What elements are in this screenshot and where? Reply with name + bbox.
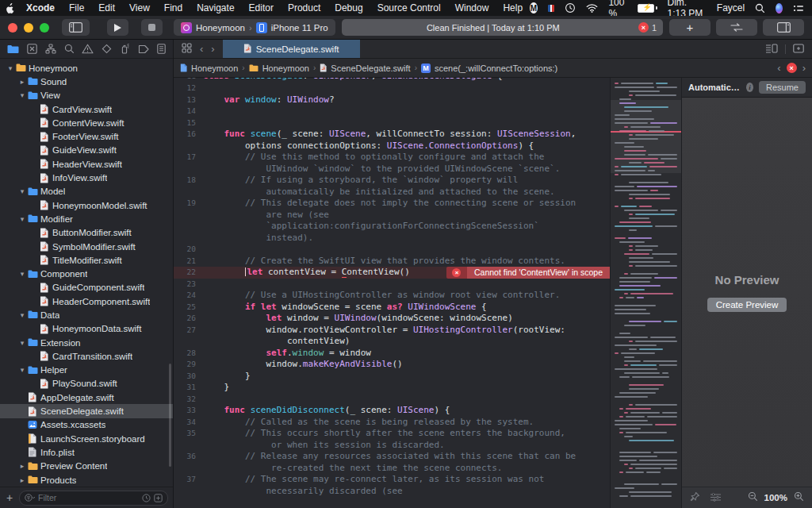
menu-file[interactable]: File [62, 2, 91, 13]
back-button[interactable]: ‹ [200, 43, 203, 55]
breadcrumb-method[interactable]: M scene(_:willConnectTo:options:) [421, 64, 557, 73]
add-file-button[interactable]: + [5, 491, 14, 504]
disclosure-triangle-icon[interactable]: ▾ [5, 64, 16, 72]
menu-user[interactable]: Faycel [717, 2, 745, 13]
file-products[interactable]: ▸Products [0, 473, 173, 487]
stop-button[interactable] [141, 19, 163, 36]
navigator-symbol-icon[interactable] [45, 44, 56, 54]
breadcrumb-project[interactable]: Honeymoon [180, 64, 238, 73]
disclosure-triangle-icon[interactable]: ▾ [17, 91, 28, 99]
issue-badge-icon[interactable]: × [787, 63, 797, 73]
close-window-button[interactable] [8, 23, 17, 33]
zoom-window-button[interactable] [40, 23, 49, 33]
navigator-issue-icon[interactable] [82, 44, 94, 54]
menu-editor[interactable]: Editor [242, 2, 281, 13]
zoom-level[interactable]: 100% [764, 493, 787, 502]
menu-view[interactable]: View [122, 2, 157, 13]
navigator-toggle-button[interactable] [62, 19, 90, 36]
apple-menu-icon[interactable] [0, 3, 19, 13]
menu-product[interactable]: Product [281, 2, 327, 13]
file-preview-content[interactable]: ▸Preview Content [0, 460, 173, 473]
minimap[interactable] [610, 78, 682, 508]
file-component[interactable]: ▾Component [0, 267, 173, 280]
file-headerview-swift[interactable]: HeaderView.swift [0, 157, 173, 171]
file-assets-xcassets[interactable]: Assets.xcassets [0, 418, 173, 432]
time-machine-icon[interactable] [565, 2, 576, 13]
zoom-in-icon[interactable] [794, 491, 804, 505]
file-playsound-swift[interactable]: PlaySound.swift [0, 377, 173, 391]
sidebar-scrollbar[interactable] [169, 364, 171, 467]
breadcrumb-group[interactable]: Honeymoon [249, 64, 309, 73]
navigator-project-icon[interactable] [7, 44, 19, 54]
file-honeymoon[interactable]: ▾Honeymoon [0, 61, 173, 75]
file-helper[interactable]: ▾Helper [0, 364, 173, 377]
tab-scenedelegate[interactable]: SceneDelegate.swift [223, 40, 360, 58]
info-icon[interactable]: i [746, 83, 753, 92]
battery-icon[interactable]: ⚡ [638, 4, 657, 13]
error-badge-icon[interactable]: × [638, 22, 649, 33]
navigator-debug-icon[interactable] [120, 44, 130, 54]
menu-help[interactable]: Help [496, 2, 530, 13]
breadcrumb-file[interactable]: SceneDelegate.swift [320, 64, 410, 73]
file-guidecomponent-swift[interactable]: GuideComponent.swift [0, 281, 173, 294]
file-cardview-swift[interactable]: CardView.swift [0, 102, 173, 116]
code-editor[interactable]: 11class SceneDelegate: UIResponder, UIWi… [174, 78, 610, 508]
menu-source-control[interactable]: Source Control [370, 2, 448, 13]
library-add-button[interactable]: + [669, 19, 710, 36]
menu-debug[interactable]: Debug [327, 2, 370, 13]
navigator-breakpoint-icon[interactable] [138, 44, 149, 54]
file-contentview-swift[interactable]: ContentView.swift [0, 116, 173, 129]
navigator-report-icon[interactable] [157, 44, 166, 54]
editor-options-icon[interactable] [765, 42, 778, 56]
filter-field[interactable]: Filter [19, 491, 168, 506]
file-infoview-swift[interactable]: InfoView.swift [0, 171, 173, 184]
disclosure-triangle-icon[interactable]: ▾ [17, 187, 28, 195]
menu-navigate[interactable]: Navigate [190, 2, 241, 13]
inspector-toggle-button[interactable] [763, 19, 804, 36]
zoom-out-icon[interactable] [748, 491, 758, 505]
file-extension[interactable]: ▾Extension [0, 336, 173, 349]
error-banner[interactable]: ×Cannot find 'ContentView' in scope [446, 267, 610, 279]
file-titlemodifier-swift[interactable]: TitleModifier.swift [0, 253, 173, 267]
disclosure-triangle-icon[interactable]: ▾ [17, 339, 28, 347]
navigator-test-icon[interactable] [102, 44, 112, 54]
file-footerview-swift[interactable]: FooterView.swift [0, 129, 173, 143]
siri-icon[interactable] [776, 3, 783, 13]
navigator-source-control-icon[interactable] [27, 44, 37, 54]
disclosure-triangle-icon[interactable]: ▸ [17, 78, 28, 86]
file-model[interactable]: ▾Model [0, 185, 173, 198]
related-items-icon[interactable] [182, 42, 192, 56]
error-count[interactable]: 1 [652, 23, 657, 33]
next-issue-button[interactable]: › [802, 62, 806, 74]
pin-icon[interactable] [690, 491, 700, 505]
menu-find[interactable]: Find [157, 2, 190, 13]
menu-edit[interactable]: Edit [91, 2, 122, 13]
disclosure-triangle-icon[interactable]: ▾ [17, 366, 28, 374]
disclosure-triangle-icon[interactable]: ▾ [17, 270, 28, 278]
add-editor-icon[interactable] [793, 42, 804, 56]
wifi-icon[interactable] [586, 4, 598, 13]
minimize-window-button[interactable] [24, 23, 33, 33]
file-appdelegate-swift[interactable]: AppDelegate.swift [0, 391, 173, 404]
resume-button[interactable]: Resume [759, 81, 806, 94]
file-headercomponent-swift[interactable]: HeaderComponent.swift [0, 294, 173, 308]
file-sound[interactable]: ▸Sound [0, 75, 173, 88]
device-settings-icon[interactable] [710, 491, 722, 505]
file-honeymoondata-swift[interactable]: HoneymoonData.swift [0, 322, 173, 336]
disclosure-triangle-icon[interactable]: ▾ [17, 311, 28, 319]
disclosure-triangle-icon[interactable]: ▾ [17, 215, 28, 223]
spotlight-icon[interactable] [755, 3, 765, 13]
disclosure-triangle-icon[interactable]: ▸ [17, 476, 28, 484]
menu-xcode[interactable]: Xcode [19, 2, 62, 13]
navigator-find-icon[interactable] [64, 44, 75, 54]
file-honeymoonmodel-swift[interactable]: HoneymoonModel.swift [0, 198, 173, 212]
previous-issue-button[interactable]: ‹ [777, 62, 780, 74]
keyboard-flag-icon[interactable] [548, 5, 555, 12]
file-modifier[interactable]: ▾Modifier [0, 212, 173, 225]
editor-mode-button[interactable] [716, 19, 757, 36]
file-cardtransition-swift[interactable]: CardTransition.swift [0, 349, 173, 363]
file-info-plist[interactable]: Info.plist [0, 445, 173, 459]
app-m-icon[interactable]: M [530, 2, 538, 13]
file-launchscreen-storyboard[interactable]: LaunchScreen.storyboard [0, 432, 173, 445]
file-view[interactable]: ▾View [0, 89, 173, 102]
